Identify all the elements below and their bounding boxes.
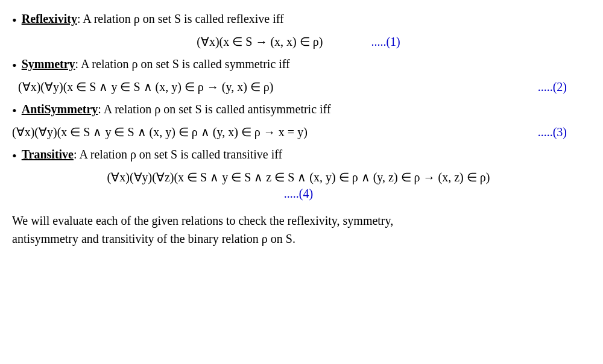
transitive-formula: (∀x)(∀y)(∀z)(x ∈ S ∧ y ∈ S ∧ z ∈ S ∧ (x,…: [107, 171, 490, 184]
antisymmetry-term: AntiSymmetry: [22, 102, 98, 116]
transitive-term: Transitive: [22, 148, 74, 161]
symmetry-text: Symmetry: A relation ρ on set S is calle…: [22, 57, 585, 71]
transitive-formula-block: (∀x)(∀y)(∀z)(x ∈ S ∧ y ∈ S ∧ z ∈ S ∧ (x,…: [12, 170, 585, 201]
transitive-desc: : A relation ρ on set S is called transi…: [74, 148, 282, 161]
reflexivity-formula-block: (∀x)(x ∈ S → (x, x) ∈ ρ) .....(1): [12, 34, 585, 49]
bullet-2: •: [12, 58, 17, 74]
symmetry-formula-line: (∀x)(∀y)(x ∈ S ∧ y ∈ S ∧ (x, y) ∈ ρ → (y…: [12, 80, 585, 94]
transitive-text: Transitive: A relation ρ on set S is cal…: [22, 148, 585, 162]
reflexivity-eq-number: .....(1): [371, 35, 400, 49]
transitive-eq-number-line: .....(4): [12, 187, 585, 201]
symmetry-eq-number: .....(2): [538, 80, 567, 94]
antisymmetry-formula-block: (∀x)(∀y)(x ∈ S ∧ y ∈ S ∧ (x, y) ∈ ρ ∧ (y…: [12, 125, 585, 139]
page-content: • Reflexivity: A relation ρ on set S is …: [12, 12, 585, 248]
antisymmetry-formula-line: (∀x)(∀y)(x ∈ S ∧ y ∈ S ∧ (x, y) ∈ ρ ∧ (y…: [12, 125, 585, 139]
antisymmetry-formula: (∀x)(∀y)(x ∈ S ∧ y ∈ S ∧ (x, y) ∈ ρ ∧ (y…: [12, 125, 308, 139]
antisymmetry-eq-number: .....(3): [538, 125, 567, 139]
transitive-section: • Transitive: A relation ρ on set S is c…: [12, 148, 585, 164]
reflexivity-section: • Reflexivity: A relation ρ on set S is …: [12, 12, 585, 28]
symmetry-term: Symmetry: [22, 57, 75, 71]
bullet-3: •: [12, 103, 17, 119]
symmetry-section: • Symmetry: A relation ρ on set S is cal…: [12, 57, 585, 74]
reflexivity-formula-line: (∀x)(x ∈ S → (x, x) ∈ ρ) .....(1): [12, 34, 585, 49]
reflexivity-term: Reflexivity: [22, 12, 77, 25]
symmetry-formula-block: (∀x)(∀y)(x ∈ S ∧ y ∈ S ∧ (x, y) ∈ ρ → (y…: [12, 80, 585, 94]
antisymmetry-section: • AntiSymmetry: A relation ρ on set S is…: [12, 102, 585, 119]
transitive-formula-line: (∀x)(∀y)(∀z)(x ∈ S ∧ y ∈ S ∧ z ∈ S ∧ (x,…: [12, 170, 585, 184]
antisymmetry-text: AntiSymmetry: A relation ρ on set S is c…: [22, 102, 585, 116]
antisymmetry-desc: : A relation ρ on set S is called antisy…: [98, 102, 330, 116]
symmetry-formula: (∀x)(∀y)(x ∈ S ∧ y ∈ S ∧ (x, y) ∈ ρ → (y…: [18, 80, 274, 94]
reflexivity-desc: : A relation ρ on set S is called reflex…: [77, 12, 284, 25]
transitive-eq-number: .....(4): [284, 187, 313, 200]
reflexivity-formula: (∀x)(x ∈ S → (x, x) ∈ ρ): [197, 34, 323, 49]
conclusion-line1: We will evaluate each of the given relat…: [12, 212, 585, 230]
symmetry-desc: : A relation ρ on set S is called symmet…: [75, 57, 290, 71]
bullet-1: •: [12, 13, 17, 28]
conclusion-line2: antisymmetry and transitivity of the bin…: [12, 230, 585, 248]
reflexivity-text: Reflexivity: A relation ρ on set S is ca…: [22, 12, 585, 26]
conclusion: We will evaluate each of the given relat…: [12, 212, 585, 248]
bullet-4: •: [12, 148, 17, 164]
